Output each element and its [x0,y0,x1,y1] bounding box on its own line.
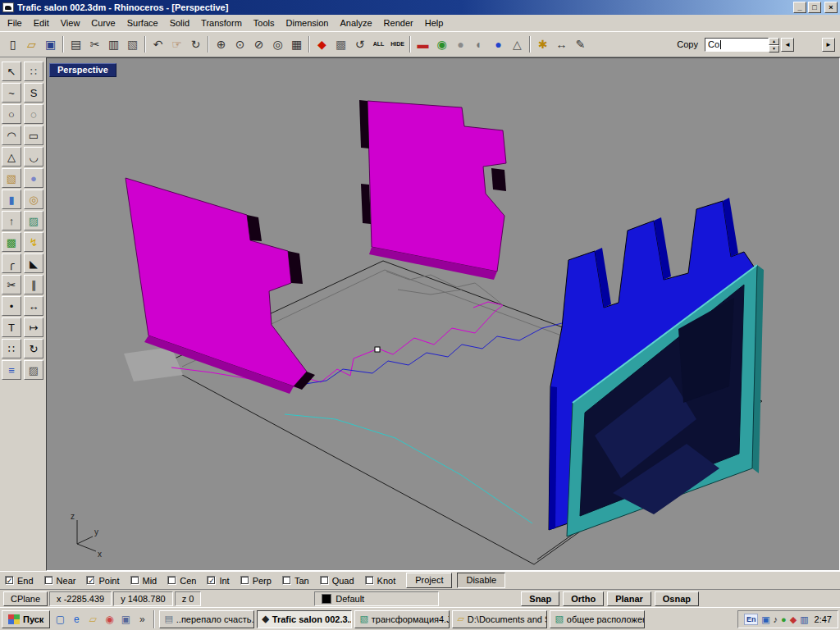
osnap-cen[interactable]: Cen [167,576,196,586]
command-next-button[interactable]: ► [822,38,835,52]
spotlight-icon[interactable]: △ [508,35,527,54]
osnap-point[interactable]: ✓Point [86,576,119,586]
magenta-panel-top[interactable] [359,100,506,280]
point-marker[interactable] [375,347,380,352]
maximize-button[interactable]: □ [808,2,821,13]
cen-checkbox[interactable] [167,576,176,585]
osnap-perp[interactable]: Perp [240,576,272,586]
shade-icon[interactable]: ▩ [331,35,350,54]
close-button[interactable]: × [824,2,838,13]
polygon-icon[interactable]: △ [2,147,21,167]
antivirus-icon[interactable]: ● [781,614,787,624]
planar-button[interactable]: Planar [607,591,651,606]
command-prev-button[interactable]: ◄ [781,38,794,52]
cylinder-icon[interactable]: ▮ [2,189,21,209]
task-image1[interactable]: ▧трансформация4.J... [354,610,450,628]
ellipse-icon[interactable]: ◌ [24,104,43,124]
sphere-gray-icon[interactable]: ● [451,35,470,54]
viewport-title[interactable]: Perspective [49,63,116,77]
project-button[interactable]: Project [406,573,452,588]
near-checkbox[interactable] [44,576,53,585]
point-checkbox[interactable]: ✓ [86,576,95,585]
menu-render[interactable]: Render [378,16,419,30]
menu-surface[interactable]: Surface [121,16,164,30]
grid-icon[interactable]: ▦ [287,35,306,54]
zoom-window-icon[interactable]: ⊙ [231,35,249,54]
osnap-knot[interactable]: Knot [365,576,396,586]
network-icon[interactable]: ▥ [800,614,808,624]
options-icon[interactable]: ✱ [533,35,552,54]
layers-icon[interactable]: ≡ [2,360,21,380]
ortho-button[interactable]: Ortho [563,591,604,606]
menu-edit[interactable]: Edit [28,16,55,30]
circle-icon[interactable]: ○ [2,104,21,124]
zoom-extents-icon[interactable]: ◎ [268,35,287,54]
point-icon[interactable]: • [2,296,21,316]
ql-ie-icon[interactable]: e [69,612,84,627]
menu-file[interactable]: File [2,16,28,30]
rotate-icon[interactable]: ↻ [24,339,43,358]
copy-icon[interactable]: ▥ [104,35,123,54]
osnap-end[interactable]: ✓End [5,576,34,586]
task-image2[interactable]: ▧общее расположен... [550,610,645,628]
ql-window-icon[interactable]: ▣ [118,612,133,627]
explode-icon[interactable]: ↯ [24,232,43,252]
ql-more-icon[interactable]: » [135,612,149,627]
menu-analyze[interactable]: Analyze [334,16,377,30]
spinner-up-icon[interactable]: ▲ [769,38,779,45]
command-spinner[interactable]: ▲ ▼ [769,38,779,52]
menu-solid[interactable]: Solid [164,16,195,30]
language-indicator[interactable]: En [744,614,758,625]
surface-icon[interactable]: ▨ [24,211,43,231]
rotate-view-icon[interactable]: ↻ [186,35,205,54]
scene-canvas[interactable]: z y x [47,58,839,570]
arc-icon[interactable]: ◠ [2,126,21,145]
ql-folder-icon[interactable]: ▱ [85,612,100,627]
viewport-perspective[interactable]: Perspective [46,57,840,571]
snap-button[interactable]: Snap [521,591,559,606]
ql-media-icon[interactable]: ◉ [102,612,116,627]
rectangle-icon[interactable]: ▭ [24,126,43,145]
undo-icon[interactable]: ↶ [148,35,167,54]
osnap-button[interactable]: Osnap [655,591,699,606]
minimize-button[interactable]: _ [793,2,806,13]
mid-checkbox[interactable] [130,576,139,585]
pan-icon[interactable]: ☞ [167,35,186,54]
task-rhino[interactable]: ◆Trafic salon 002.3... [257,610,352,628]
osnap-int[interactable]: ✓Int [207,576,229,586]
scheduler-icon[interactable]: ◆ [790,614,797,624]
disable-button[interactable]: Disable [457,573,505,588]
menu-view[interactable]: View [55,16,86,30]
display-icon[interactable]: ▣ [761,614,769,624]
grip-dots-icon[interactable]: ∷ [24,62,43,81]
freeform-curve-icon[interactable]: ◡ [24,147,43,167]
ql-desktop-icon[interactable]: ▢ [52,612,67,627]
task-notepad[interactable]: ▤..перепало счасть... [159,610,254,628]
menu-transform[interactable]: Transform [195,16,248,30]
perp-checkbox[interactable] [240,576,249,585]
color-wheel-icon[interactable]: ◉ [432,35,451,54]
fillet-icon[interactable]: ╭ [2,253,21,273]
annotate-icon[interactable]: ✎ [571,35,590,54]
hatch-icon[interactable]: ▨ [24,360,43,380]
paste-icon[interactable]: ▧ [123,35,142,54]
volume-icon[interactable]: ♪ [774,614,778,624]
render-icon[interactable]: ◆ [313,35,331,54]
save-file-icon[interactable]: ▣ [41,35,60,54]
command-input[interactable]: Co [705,38,769,52]
osnap-mid[interactable]: Mid [130,576,158,586]
sphere-icon[interactable]: ● [24,168,43,188]
osnap-quad[interactable]: Quad [320,576,354,586]
dimension-icon[interactable]: ↦ [24,317,43,337]
torus-icon[interactable]: ◎ [24,189,43,209]
show-all-icon[interactable]: ALL [369,35,388,54]
planar-surface-icon[interactable]: ▩ [2,232,21,252]
spin-view-icon[interactable]: ↺ [350,35,369,54]
osnap-tan[interactable]: Tan [282,576,309,586]
open-file-icon[interactable]: ▱ [22,35,41,54]
selection-arrow-icon[interactable]: ↖ [2,62,21,81]
layer-indicator[interactable]: Default [314,591,439,606]
menu-curve[interactable]: Curve [85,16,121,30]
osnap-near[interactable]: Near [44,576,76,586]
array-icon[interactable]: ∷ [2,339,21,358]
